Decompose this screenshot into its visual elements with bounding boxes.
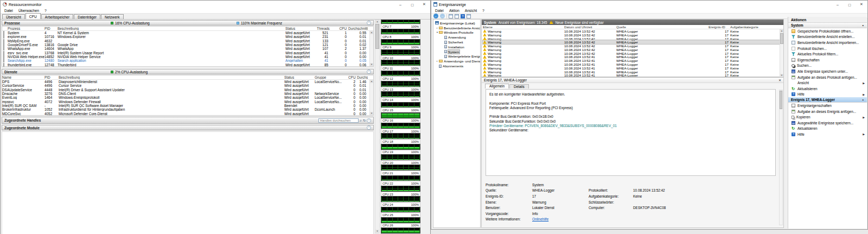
process-row[interactable]: GoogleDriveFS.exe13816Google DriveWird a… xyxy=(2,43,373,47)
rm-menu-item[interactable]: Überwachen xyxy=(16,9,42,12)
event-column-header[interactable]: Datum und Uhrzeit xyxy=(564,25,616,29)
action-item[interactable]: Hilfe xyxy=(788,92,867,98)
scrollbar-thumb[interactable] xyxy=(375,24,379,49)
search-icon[interactable] xyxy=(360,118,362,123)
service-row[interactable]: DPS4496DiagnoserichtliniendienstWird aus… xyxy=(2,80,373,84)
action-item[interactable]: Aufgabe an dieses Protokoll anfügen... xyxy=(788,74,867,80)
ev-menu-item[interactable]: Aktion xyxy=(446,9,462,12)
rm-menu-item[interactable]: Datei xyxy=(2,9,16,12)
checkbox-cell[interactable] xyxy=(2,59,8,62)
detail-tab-details[interactable]: Details xyxy=(509,84,529,88)
tree-item-abonnements[interactable]: Abonnements xyxy=(433,64,480,68)
properties-toolbar-icon[interactable] xyxy=(455,14,459,18)
scroll-up-icon[interactable] xyxy=(370,80,373,83)
ev-maximize-button[interactable] xyxy=(844,1,856,8)
process-row[interactable]: MsMpEng.exe4632Wird ausgeführt13300.01 xyxy=(2,39,373,43)
detail-tab-allgemein[interactable]: Allgemein xyxy=(485,84,509,89)
process-row[interactable]: esrv_svc.exe13768Intel(R) System Usage R… xyxy=(2,50,373,54)
event-column-header[interactable]: Ereignis-ID xyxy=(709,25,730,29)
ev-menu-item[interactable]: ? xyxy=(480,9,487,12)
event-column-header[interactable]: Ebene xyxy=(483,25,564,29)
rm-tab[interactable]: Übersicht xyxy=(2,14,25,19)
action-item[interactable]: Ausgewählte Ereignisse speichern... xyxy=(788,120,867,126)
ev-menu-item[interactable]: Datei xyxy=(432,9,446,12)
rm-vertical-scrollbar[interactable] xyxy=(375,20,380,233)
action-item[interactable]: Ereigniseigenschaften xyxy=(788,103,867,109)
event-detail-scrollbar[interactable] xyxy=(779,90,783,225)
ev-close-button[interactable] xyxy=(856,1,867,8)
tree-item-sicherheit[interactable]: Sicherheit xyxy=(433,40,480,45)
services-table-scrollbar[interactable] xyxy=(369,80,373,115)
rm-tab[interactable]: Datenträger xyxy=(74,14,100,19)
actions-group-header[interactable]: System xyxy=(788,23,867,28)
checkbox[interactable] xyxy=(3,51,4,55)
action-item[interactable]: Suchen... xyxy=(788,63,867,69)
action-item[interactable]: Alle Ereignisse speichern unter... xyxy=(788,68,867,74)
close-icon[interactable] xyxy=(778,78,781,82)
service-row[interactable]: EventLog1464Windows-EreignisprotokollWir… xyxy=(2,96,373,99)
tree-item-installation[interactable]: Installation xyxy=(433,45,480,49)
service-row[interactable]: CursorService4496Cursor ServiceWird ausg… xyxy=(2,84,373,87)
action-item[interactable]: Hilfe xyxy=(788,131,867,137)
action-item[interactable]: Eigenschaften xyxy=(788,57,867,63)
action-item[interactable]: Aktualisieren xyxy=(788,126,867,132)
tree-item-system[interactable]: System xyxy=(433,49,480,54)
process-row[interactable]: System4NT Kernel & SystemWird ausgeführt… xyxy=(2,31,373,35)
service-row[interactable]: mpssvc4072Windows Defender FirewallWird … xyxy=(2,99,373,103)
processes-section-header[interactable]: Prozesse 16% CPU-Auslastung 110% Maximal… xyxy=(2,20,374,26)
action-item[interactable]: Protokoll löschen... xyxy=(788,46,867,52)
rm-tab[interactable]: CPU xyxy=(25,13,41,19)
rm-tab[interactable]: Arbeitsspeicher xyxy=(41,14,73,19)
collapse-arrow-icon[interactable] xyxy=(862,98,864,101)
console-tree-icon[interactable] xyxy=(449,14,453,18)
scroll-up-icon[interactable] xyxy=(780,29,783,33)
processes-table-scrollbar[interactable] xyxy=(369,31,373,66)
ev-titlebar[interactable]: Ereignisanzeige xyxy=(431,1,867,8)
checkbox[interactable] xyxy=(3,43,4,47)
process-row[interactable]: WhatsApp.exe14604WhatsAppWird ausgeführt… xyxy=(2,47,373,50)
checkbox[interactable] xyxy=(3,55,4,59)
rm-titlebar[interactable]: Ressourcenmonitor xyxy=(1,1,430,8)
action-item[interactable]: Kopieren xyxy=(788,114,867,120)
rm-tab[interactable]: Netzwerk xyxy=(101,14,123,19)
scroll-down-icon[interactable] xyxy=(375,230,379,233)
event-list-columns[interactable]: EbeneDatum und UhrzeitQuelleEreignis-IDA… xyxy=(482,25,783,29)
action-item[interactable]: Benutzerdefinierte Ansicht importieren..… xyxy=(788,40,867,46)
tree-item-weitergeleitete-ereignisse[interactable]: Weitergeleitete Ereignisse xyxy=(433,54,480,59)
checkbox-cell[interactable] xyxy=(2,35,8,39)
checkbox-cell[interactable] xyxy=(2,47,8,50)
event-detail-header[interactable]: Ereignis 17, WHEA-Logger xyxy=(482,78,783,83)
checkbox[interactable] xyxy=(3,47,4,50)
tree-item-root[interactable]: Ereignisanzeige (Lokal) xyxy=(433,21,480,26)
action-item[interactable]: Aufgabe an dieses Ereignis anfügen... xyxy=(788,109,867,115)
process-row[interactable]: thunderbird.exe12748ThunderbirdWird ausg… xyxy=(2,62,373,66)
handles-search-input[interactable] xyxy=(318,118,359,123)
processes-table-header[interactable]: ProzessPIDBeschreibungStatusThreadsCPUDu… xyxy=(2,27,373,31)
checkbox-cell[interactable] xyxy=(2,43,8,47)
process-row[interactable]: NVIDIA Web Helper.exe14852NVIDIA Web Hel… xyxy=(2,55,373,59)
scroll-down-icon[interactable] xyxy=(370,63,373,66)
services-table-header[interactable]: NamePIDBeschreibungStatusGruppeCPUDurchs… xyxy=(2,75,373,80)
rm-maximize-button[interactable] xyxy=(406,1,418,8)
tree-item-anwendungs-und-dienstprotokolle[interactable]: Anwendungs- und Dienstprotokolle xyxy=(433,59,480,64)
checkbox-cell[interactable] xyxy=(2,63,8,67)
process-row[interactable]: SearchApp.exe12480Search applicationAnge… xyxy=(2,59,373,62)
checkbox-cell[interactable] xyxy=(2,31,8,35)
checkbox[interactable] xyxy=(3,59,4,62)
collapse-chevron-icon[interactable] xyxy=(367,69,371,74)
event-column-header[interactable]: Quelle xyxy=(616,25,709,29)
forward-icon[interactable] xyxy=(440,14,445,18)
scroll-up-icon[interactable] xyxy=(375,20,379,23)
service-row[interactable]: DSAUpdateService4448Intel(R) Driver & Su… xyxy=(2,88,373,92)
action-item[interactable]: Aktualisieren xyxy=(788,86,867,92)
scrollbar-thumb[interactable] xyxy=(780,91,782,109)
collapse-chevron-icon[interactable] xyxy=(367,21,371,25)
service-row[interactable]: Dnscache3276DNS-ClientWird ausgeführtNet… xyxy=(2,92,373,96)
checkbox[interactable] xyxy=(3,63,4,67)
process-row[interactable]: explorer.exe10716Windows-ExplorerWird au… xyxy=(2,35,373,39)
collapse-chevron-icon[interactable] xyxy=(367,118,371,123)
action-item[interactable]: Ansicht xyxy=(788,80,867,86)
handles-section-header[interactable]: Zugeordnete Handles xyxy=(2,117,374,124)
checkbox[interactable] xyxy=(3,35,4,39)
tree-item-windows-protokolle[interactable]: Windows-Protokolle xyxy=(433,30,480,35)
